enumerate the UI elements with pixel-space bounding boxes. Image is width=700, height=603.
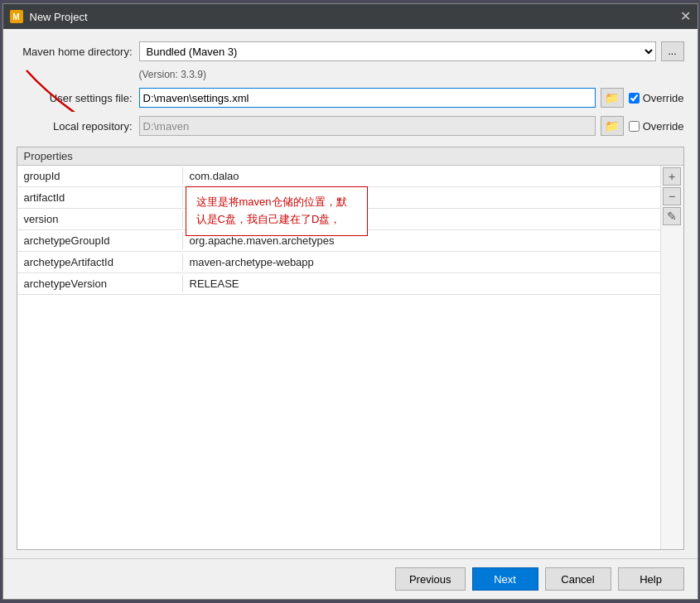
- local-repo-input: [139, 116, 596, 136]
- add-property-btn[interactable]: +: [663, 167, 681, 186]
- new-project-dialog: M New Project ✕ Maven home directory: Bu…: [2, 3, 698, 600]
- maven-home-dropdown[interactable]: Bundled (Maven 3): [139, 41, 656, 61]
- maven-home-row: Maven home directory: Bundled (Maven 3) …: [17, 41, 684, 62]
- table-row: archetypeArtifactId maven-archetype-weba…: [17, 252, 660, 273]
- prop-value: SpringMvc: [183, 189, 660, 206]
- prop-value: com.dalao: [183, 167, 660, 185]
- maven-home-label: Maven home directory:: [17, 46, 133, 58]
- properties-sidebar: + − ✎: [660, 166, 683, 549]
- local-repo-control: 📁 Override: [139, 116, 684, 136]
- properties-panel: Properties groupId com.dalao artifactId …: [17, 147, 684, 550]
- user-settings-label: User settings file:: [17, 92, 133, 104]
- title-bar-left: M New Project: [10, 10, 88, 23]
- user-settings-override-checkbox[interactable]: [629, 93, 640, 104]
- user-settings-control: 📁 Override: [139, 88, 684, 108]
- properties-table: groupId com.dalao artifactId SpringMvc v…: [17, 166, 660, 549]
- local-repo-override-checkbox[interactable]: [629, 121, 640, 132]
- dialog-icon: M: [10, 10, 23, 23]
- help-button[interactable]: Help: [618, 567, 684, 591]
- user-settings-input[interactable]: [139, 88, 596, 108]
- user-settings-browse-btn[interactable]: 📁: [601, 88, 624, 108]
- prop-value: RELEASE: [183, 275, 660, 292]
- dialog-footer: Previous Next Cancel Help: [3, 558, 698, 599]
- maven-home-browse-btn[interactable]: ...: [661, 41, 684, 61]
- title-bar: M New Project ✕: [3, 4, 698, 29]
- cancel-button[interactable]: Cancel: [545, 567, 611, 591]
- maven-home-control: Bundled (Maven 3) ...: [139, 41, 684, 61]
- local-repo-label: Local repository:: [17, 120, 133, 133]
- prop-key: archetypeVersion: [17, 275, 183, 292]
- prop-value: 1.0-SNAPSHOT: [183, 210, 660, 228]
- prop-value: maven-archetype-webapp: [183, 253, 660, 271]
- table-row: archetypeVersion RELEASE: [17, 273, 660, 295]
- maven-version-text: (Version: 3.3.9): [139, 69, 684, 80]
- table-row: archetypeGroupId org.apache.maven.archet…: [17, 230, 660, 252]
- prop-key: artifactId: [17, 189, 183, 206]
- edit-property-btn[interactable]: ✎: [663, 207, 681, 225]
- close-button[interactable]: ✕: [680, 10, 691, 23]
- prop-key: archetypeGroupId: [17, 232, 183, 249]
- remove-property-btn[interactable]: −: [663, 187, 681, 205]
- local-repo-row: Local repository: 📁 Override: [17, 115, 684, 137]
- local-repo-override-label: Override: [629, 120, 684, 133]
- prop-key: groupId: [17, 167, 183, 185]
- prop-key: version: [17, 210, 183, 228]
- local-repo-browse-btn[interactable]: 📁: [601, 116, 624, 136]
- properties-header: Properties: [17, 147, 683, 166]
- properties-body: groupId com.dalao artifactId SpringMvc v…: [17, 166, 683, 549]
- table-row: version 1.0-SNAPSHOT: [17, 209, 660, 230]
- user-settings-override-label: Override: [629, 92, 684, 104]
- prop-value: org.apache.maven.archetypes: [183, 232, 660, 249]
- next-button[interactable]: Next: [472, 567, 538, 591]
- prop-key: archetypeArtifactId: [17, 253, 183, 271]
- dialog-title: New Project: [30, 11, 88, 23]
- user-settings-row: User settings file: 📁 Override: [17, 87, 684, 109]
- dialog-content: Maven home directory: Bundled (Maven 3) …: [3, 29, 698, 558]
- table-row: groupId com.dalao: [17, 166, 660, 187]
- previous-button[interactable]: Previous: [395, 567, 466, 591]
- table-row: artifactId SpringMvc: [17, 187, 660, 209]
